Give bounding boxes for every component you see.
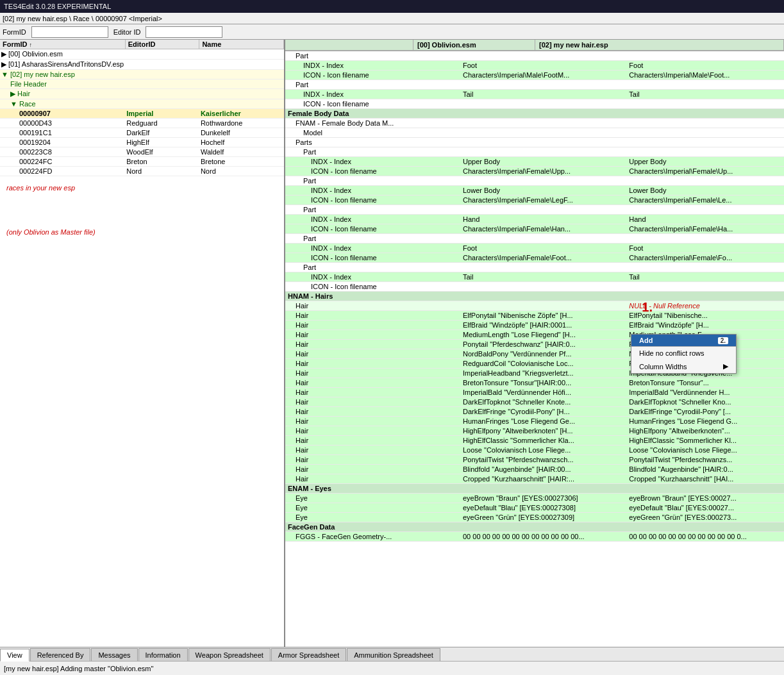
right-row-v1: Characters\Imperial\Female\LegF... — [460, 196, 626, 205]
right-table-row: ICON - Icon filename Characters\Imperial… — [285, 167, 784, 176]
right-row-name: Part — [285, 234, 460, 244]
tree-editorid: DarkElf — [125, 128, 199, 138]
right-row-name: Hair — [285, 397, 460, 407]
tab-messages[interactable]: Messages — [91, 648, 137, 661]
right-table-row: HNAM - Hairs — [285, 292, 784, 301]
tree-formid: 00000D43 — [0, 119, 125, 128]
tree-row[interactable]: ▼ [02] my new hair.esp — [0, 70, 284, 79]
right-row-name: Hair — [285, 388, 460, 397]
right-row-name: Hair — [285, 340, 460, 349]
right-row-v2: Upper Body — [626, 157, 784, 167]
right-row-v2: Foot — [626, 244, 784, 253]
ctx-badge: 2. — [718, 337, 728, 344]
tree-row[interactable]: 00019204 HighElf Hochelf — [0, 138, 284, 147]
right-row-v1 — [460, 301, 626, 311]
formid-input[interactable] — [31, 26, 108, 38]
right-row-name: Model — [285, 128, 460, 138]
tree-formid: 00019204 — [0, 138, 125, 147]
right-row-v2: DarkElfTopknot "Schneller Kno... — [626, 397, 784, 407]
right-row-name: ENAM - Eyes — [285, 484, 460, 494]
right-row-v2: Characters\Imperial\Male\Foot... — [626, 71, 784, 80]
tab-referenced-by[interactable]: Referenced By — [30, 648, 91, 661]
right-row-name: ICON - Icon filename — [285, 99, 460, 109]
tree-name — [199, 79, 284, 89]
tree-row[interactable]: 000224FC Breton Bretone — [0, 157, 284, 167]
right-row-name: Hair — [285, 407, 460, 417]
right-table-row: Hair BretonTonsure "Tonsur"[HAIR:00... B… — [285, 378, 784, 388]
right-row-v1: ElfPonytail "Nibenische Zöpfe" [H... — [460, 311, 626, 321]
tree-name — [199, 60, 284, 70]
tree-name — [199, 49, 284, 60]
right-table-row: ICON - Icon filename — [285, 282, 784, 292]
tab-information[interactable]: Information — [138, 648, 188, 661]
right-row-name: Eye — [285, 494, 460, 503]
tree-editorid — [125, 79, 199, 89]
right-row-v1: ImperialHeadband "Kriegsverletzt... — [460, 369, 626, 378]
tab-weapon-spreadsheet[interactable]: Weapon Spreadsheet — [188, 648, 271, 661]
tab-view[interactable]: View — [0, 649, 29, 662]
right-table-row: ICON - Icon filename Characters\Imperial… — [285, 224, 784, 234]
tree-row[interactable]: ▶ [01] AsharasSirensAndTritonsDV.esp — [0, 60, 284, 70]
tree-row[interactable]: ▶ Hair — [0, 89, 284, 99]
right-row-name: FNAM - Female Body Data M... — [285, 119, 460, 128]
right-row-v1 — [460, 51, 626, 61]
right-row-name: FGGS - FaceGen Geometry-... — [285, 532, 460, 542]
tree-row[interactable]: ▶ [00] Oblivion.esm — [0, 49, 284, 60]
tab-armor-spreadsheet[interactable]: Armor Spreadsheet — [271, 648, 346, 661]
right-table-row: Eye eyeGreen "Grün" [EYES:00027309] eyeG… — [285, 513, 784, 522]
right-row-name: INDX - Index — [285, 272, 460, 282]
right-row-v1: Foot — [460, 244, 626, 253]
context-menu-hide[interactable]: Hide no conflict rows — [631, 346, 736, 360]
right-row-v1: BretonTonsure "Tonsur"[HAIR:00... — [460, 378, 626, 388]
tree-row[interactable]: 000223C8 WoodElf Waldelf — [0, 147, 284, 157]
right-row-v1 — [460, 138, 626, 147]
right-row-v1: Tail — [460, 90, 626, 99]
right-row-v1: DarkElfFringe "Cyrodiil-Pony" [H... — [460, 407, 626, 417]
tree-name: Kaiserlicher — [199, 109, 284, 119]
formid-col-header[interactable]: FormID — [0, 40, 125, 49]
right-table-row: Hair HighElfClassic "Sommerlicher Kla...… — [285, 436, 784, 446]
right-table-row: INDX - Index Foot Foot — [285, 244, 784, 253]
context-menu-colwidths[interactable]: Column Widths ▶ — [631, 360, 736, 373]
status-text: [my new hair.esp] Adding master "Oblivio… — [4, 665, 153, 672]
right-table-row: INDX - Index Lower Body Lower Body — [285, 186, 784, 196]
tree-row[interactable]: 00000907 Imperial Kaiserlicher — [0, 109, 284, 119]
right-row-name: Part — [285, 147, 460, 157]
tree-row[interactable]: File Header — [0, 79, 284, 89]
right-row-v2: HumanFringes "Lose Fliegend G... — [626, 417, 784, 426]
ctx-hide-label: Hide no conflict rows — [639, 349, 705, 357]
right-row-name: Eye — [285, 513, 460, 522]
right-table-row: Hair Blindfold "Augenbinde" [HAIR:00... … — [285, 465, 784, 474]
tree-row[interactable]: 000224FD Nord Nord — [0, 167, 284, 176]
right-row-v1 — [460, 147, 626, 157]
context-menu-add[interactable]: Add 2. — [631, 335, 736, 346]
tree-formid: 000224FC — [0, 157, 125, 167]
right-row-v2: Lower Body — [626, 186, 784, 196]
right-row-v1: HumanFringes "Lose Fliegend Ge... — [460, 417, 626, 426]
tab-ammunition-spreadsheet[interactable]: Ammunition Spreadsheet — [347, 648, 440, 661]
right-col-header: [00] Oblivion.esm [02] my new hair.esp — [285, 40, 784, 51]
right-row-v1: eyeDefault "Blau" [EYES:00027308] — [460, 503, 626, 513]
right-row-name: ICON - Icon filename — [285, 253, 460, 263]
editorid-col-header[interactable]: EditorID — [125, 40, 199, 49]
right-row-v2 — [626, 99, 784, 109]
right-row-v1: HighElfpony "Altweiberknoten" [H... — [460, 426, 626, 436]
right-row-v2: Characters\Imperial\Female\Up... — [626, 167, 784, 176]
editorid-input[interactable] — [146, 26, 222, 38]
tree-row[interactable]: ▼ Race — [0, 99, 284, 109]
left-panel: FormID EditorID Name ▶ [00] Oblivion.esm… — [0, 40, 285, 647]
right-table-row: Hair NULL - Null Reference — [285, 301, 784, 311]
right-row-name: Hair — [285, 455, 460, 465]
right-table-row: Hair DarkElfFringe "Cyrodiil-Pony" [H...… — [285, 407, 784, 417]
tree-table[interactable]: FormID EditorID Name ▶ [00] Oblivion.esm… — [0, 40, 284, 647]
right-row-v1: ImperialBald "Verdünnender Höfi... — [460, 388, 626, 397]
tree-row[interactable]: 000191C1 DarkElf Dunkelelf — [0, 128, 284, 138]
tree-row[interactable]: 00000D43 Redguard Rothwardone — [0, 119, 284, 128]
right-row-name: HNAM - Hairs — [285, 292, 460, 301]
name-col-header[interactable]: Name — [199, 40, 284, 49]
right-row-v1: Cropped "Kurzhaarschnitt" [HAIR:... — [460, 474, 626, 484]
tree-editorid: Nord — [125, 167, 199, 176]
right-row-v1: Hand — [460, 215, 626, 224]
right-row-v2: eyeBrown "Braun" [EYES:00027... — [626, 494, 784, 503]
breadcrumb: [02] my new hair.esp \ Race \ 00000907 <… — [0, 13, 784, 24]
